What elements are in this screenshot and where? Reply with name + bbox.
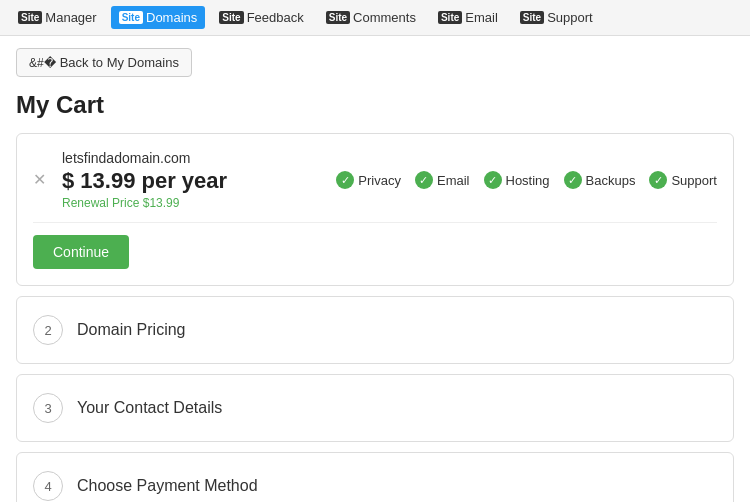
nav-item-label: Domains bbox=[146, 10, 197, 25]
page-content: &#� Back to My Domains My Cart ✕ letsfin… bbox=[0, 36, 750, 502]
feature-label: Privacy bbox=[358, 173, 401, 188]
feature-privacy: ✓Privacy bbox=[336, 171, 401, 189]
step-label: Domain Pricing bbox=[77, 321, 185, 339]
nav-item-label: Manager bbox=[45, 10, 96, 25]
feature-support: ✓Support bbox=[649, 171, 717, 189]
site-badge: Site bbox=[326, 11, 350, 24]
check-icon: ✓ bbox=[415, 171, 433, 189]
feature-label: Email bbox=[437, 173, 470, 188]
nav-item-label: Comments bbox=[353, 10, 416, 25]
step-circle: 4 bbox=[33, 471, 63, 501]
nav-item-comments[interactable]: SiteComments bbox=[318, 6, 424, 29]
nav-item-support[interactable]: SiteSupport bbox=[512, 6, 601, 29]
check-icon: ✓ bbox=[564, 171, 582, 189]
renewal-price: Renewal Price $13.99 bbox=[62, 196, 336, 210]
site-badge: Site bbox=[520, 11, 544, 24]
top-nav: SiteManagerSiteDomainsSiteFeedbackSiteCo… bbox=[0, 0, 750, 36]
nav-item-feedback[interactable]: SiteFeedback bbox=[211, 6, 311, 29]
feature-hosting: ✓Hosting bbox=[484, 171, 550, 189]
nav-item-email[interactable]: SiteEmail bbox=[430, 6, 506, 29]
step-circle: 3 bbox=[33, 393, 63, 423]
nav-item-label: Email bbox=[465, 10, 498, 25]
feature-label: Hosting bbox=[506, 173, 550, 188]
nav-item-label: Support bbox=[547, 10, 593, 25]
step-label: Your Contact Details bbox=[77, 399, 222, 417]
step-section-3[interactable]: 3 Your Contact Details bbox=[16, 374, 734, 442]
close-icon[interactable]: ✕ bbox=[33, 172, 46, 188]
feature-label: Backups bbox=[586, 173, 636, 188]
step-circle: 2 bbox=[33, 315, 63, 345]
nav-item-label: Feedback bbox=[247, 10, 304, 25]
chevron-left-icon: &#� bbox=[29, 56, 56, 70]
site-badge: Site bbox=[219, 11, 243, 24]
site-badge: Site bbox=[18, 11, 42, 24]
feature-label: Support bbox=[671, 173, 717, 188]
domain-info: letsfindadomain.com $ 13.99 per year Ren… bbox=[62, 150, 336, 210]
site-badge: Site bbox=[438, 11, 462, 24]
site-badge: Site bbox=[119, 11, 143, 24]
check-icon: ✓ bbox=[336, 171, 354, 189]
check-icon: ✓ bbox=[484, 171, 502, 189]
steps-container: 2 Domain Pricing 3 Your Contact Details … bbox=[16, 296, 734, 502]
step-section-2[interactable]: 2 Domain Pricing bbox=[16, 296, 734, 364]
feature-backups: ✓Backups bbox=[564, 171, 636, 189]
step-section-4[interactable]: 4 Choose Payment Method bbox=[16, 452, 734, 502]
domain-row: ✕ letsfindadomain.com $ 13.99 per year R… bbox=[33, 150, 717, 210]
feature-email: ✓Email bbox=[415, 171, 470, 189]
cart-section: ✕ letsfindadomain.com $ 13.99 per year R… bbox=[16, 133, 734, 286]
cart-divider bbox=[33, 222, 717, 223]
features-list: ✓Privacy✓Email✓Hosting✓Backups✓Support bbox=[336, 171, 717, 189]
check-icon: ✓ bbox=[649, 171, 667, 189]
back-button[interactable]: &#� Back to My Domains bbox=[16, 48, 192, 77]
domain-price: $ 13.99 per year bbox=[62, 168, 336, 194]
back-button-label: Back to My Domains bbox=[60, 55, 179, 70]
continue-button[interactable]: Continue bbox=[33, 235, 129, 269]
nav-item-domains[interactable]: SiteDomains bbox=[111, 6, 206, 29]
nav-item-manager[interactable]: SiteManager bbox=[10, 6, 105, 29]
page-title: My Cart bbox=[16, 91, 734, 119]
domain-name: letsfindadomain.com bbox=[62, 150, 336, 166]
step-label: Choose Payment Method bbox=[77, 477, 258, 495]
